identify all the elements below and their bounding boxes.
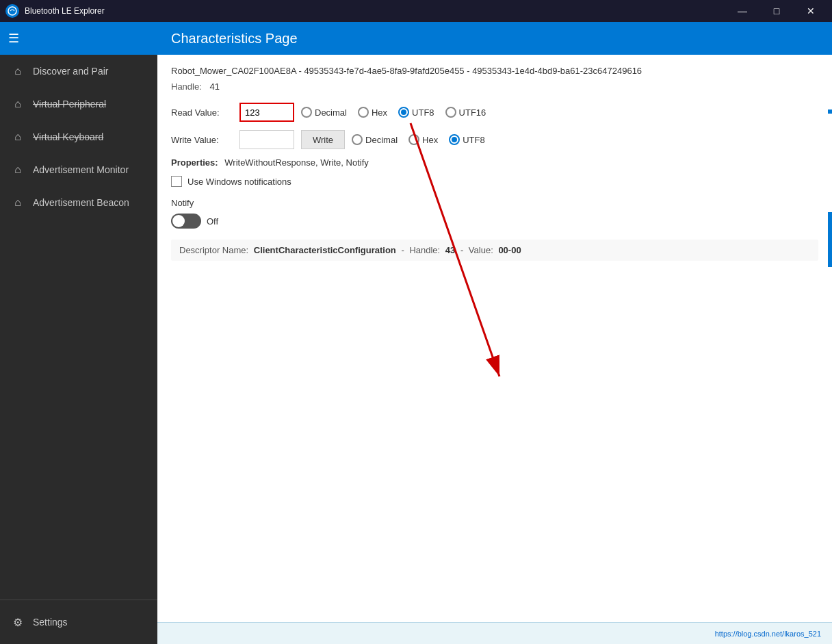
footer-bar: https://blog.csdn.net/lkaros_521 (157, 622, 832, 644)
page-header: Characteristics Page (157, 22, 832, 55)
toggle-row: Off (171, 214, 818, 229)
properties-row: Properties: WriteWithoutResponse, Write,… (171, 157, 818, 168)
main-content: Characteristics Page Robot_Mower_CA02F10… (157, 22, 832, 644)
notify-toggle[interactable] (171, 214, 201, 229)
home-icon-5: ⌂ (11, 196, 25, 209)
radio-label-utf16: UTF16 (459, 107, 486, 118)
footer-url: https://blog.csdn.net/lkaros_521 (715, 630, 821, 638)
radio-label-decimal: Decimal (315, 107, 347, 118)
hamburger-icon[interactable]: ☰ (8, 31, 19, 46)
handle-label: Handle: (171, 81, 202, 92)
radio-label-decimal-w: Decimal (365, 135, 398, 145)
toggle-thumb (172, 215, 185, 227)
radio-hex[interactable]: Hex (358, 107, 387, 118)
descriptor-sep2: - (460, 245, 466, 255)
write-value-label: Write Value: (171, 135, 233, 145)
radio-label-utf8-w: UTF8 (463, 135, 485, 145)
page-title: Characteristics Page (171, 31, 298, 47)
radio-circle-hex-w (408, 134, 419, 145)
descriptor-sep1: - (401, 245, 406, 255)
radio-decimal-write[interactable]: Decimal (352, 134, 398, 145)
sidebar: ☰ ⌂ Discover and Pair ⌂ Virtual Peripher… (0, 22, 157, 644)
accent-bar-1 (828, 110, 832, 114)
toggle-state-label: Off (207, 216, 218, 227)
home-icon-2: ⌂ (11, 97, 25, 111)
sidebar-item-label-5: Advertisement Beacon (33, 197, 129, 208)
radio-utf8-write[interactable]: UTF8 (449, 134, 485, 145)
radio-circle-hex (358, 107, 369, 118)
descriptor-name-label: Descriptor Name: (179, 245, 248, 255)
maximize-button[interactable]: □ (761, 0, 792, 22)
sidebar-header: ☰ (0, 22, 157, 55)
sidebar-nav: ⌂ Discover and Pair ⌂ Virtual Peripheral… (0, 55, 157, 600)
checkbox-row[interactable]: Use Windows notifications (171, 176, 818, 187)
radio-label-hex-w: Hex (422, 135, 438, 145)
settings-label: Settings (33, 617, 68, 628)
sidebar-item-virtual-peripheral[interactable]: ⌂ Virtual Peripheral (0, 88, 157, 120)
home-icon-4: ⌂ (11, 163, 25, 177)
radio-circle-utf16 (445, 107, 456, 118)
radio-label-utf8: UTF8 (412, 107, 434, 118)
write-value-input[interactable] (239, 130, 294, 149)
notify-label: Notify (171, 198, 818, 208)
radio-utf16[interactable]: UTF16 (445, 107, 486, 118)
sidebar-item-label-4: Advertisement Monitor (33, 164, 129, 175)
accent-bar-2 (828, 212, 832, 267)
sidebar-item-virtual-keyboard[interactable]: ⌂ Virtual Keyboard (0, 120, 157, 153)
home-icon: ⌂ (11, 64, 25, 78)
handle-value: 41 (209, 81, 219, 92)
descriptor-value-label: Value: (469, 245, 493, 255)
sidebar-item-adv-beacon[interactable]: ⌂ Advertisement Beacon (0, 186, 157, 219)
checkbox-notifications[interactable] (171, 176, 182, 187)
descriptor-row: Descriptor Name: ClientCharacteristicCon… (171, 240, 818, 261)
radio-utf8[interactable]: UTF8 (398, 107, 434, 118)
settings-icon: ⚙ (11, 615, 25, 629)
radio-circle-decimal-w (352, 134, 363, 145)
sidebar-item-settings[interactable]: ⚙ Settings (0, 606, 157, 639)
radio-hex-write[interactable]: Hex (408, 134, 438, 145)
read-value-row: Read Value: Decimal Hex UTF8 (171, 103, 818, 122)
properties-label: Properties: (171, 157, 218, 168)
descriptor-handle-label: Handle: (409, 245, 440, 255)
sidebar-item-adv-monitor[interactable]: ⌂ Advertisement Monitor (0, 153, 157, 186)
write-radio-group: Decimal Hex UTF8 (352, 134, 485, 145)
radio-circle-decimal (301, 107, 312, 118)
read-value-label: Read Value: (171, 107, 233, 118)
handle-row: Handle: 41 (171, 81, 818, 92)
home-icon-3: ⌂ (11, 130, 25, 144)
sidebar-item-label: Discover and Pair (33, 66, 109, 77)
radio-circle-utf8 (398, 107, 409, 118)
read-radio-group: Decimal Hex UTF8 UTF16 (301, 107, 486, 118)
window-title: Bluetooth LE Explorer (25, 6, 727, 16)
sidebar-bottom: ⚙ Settings (0, 600, 157, 644)
write-value-row: Write Value: Write Decimal Hex UTF8 (171, 130, 818, 149)
descriptor-name-value: ClientCharacteristicConfiguration (254, 245, 396, 255)
minimize-button[interactable]: — (727, 0, 758, 22)
app-layout: ☰ ⌂ Discover and Pair ⌂ Virtual Peripher… (0, 22, 832, 644)
titlebar: Bluetooth LE Explorer — □ ✕ (0, 0, 832, 22)
properties-value: WriteWithoutResponse, Write, Notify (224, 157, 368, 168)
app-icon (5, 4, 19, 18)
window-controls: — □ ✕ (727, 0, 827, 22)
radio-label-hex: Hex (372, 107, 387, 118)
radio-decimal[interactable]: Decimal (301, 107, 347, 118)
device-title: Robot_Mower_CA02F100AE8A - 49535343-fe7d… (171, 66, 818, 76)
checkbox-label: Use Windows notifications (187, 177, 291, 187)
svg-point-0 (8, 7, 16, 15)
sidebar-item-label-2: Virtual Peripheral (33, 99, 106, 110)
descriptor-value-val: 00-00 (498, 245, 521, 255)
sidebar-item-label-3: Virtual Keyboard (33, 131, 103, 142)
descriptor-handle-val: 43 (445, 245, 455, 255)
sidebar-item-discover[interactable]: ⌂ Discover and Pair (0, 55, 157, 88)
write-button[interactable]: Write (301, 130, 345, 149)
read-value-input[interactable] (239, 103, 294, 122)
radio-circle-utf8-w (449, 134, 460, 145)
close-button[interactable]: ✕ (795, 0, 827, 22)
page-content: Robot_Mower_CA02F100AE8A - 49535343-fe7d… (157, 55, 832, 622)
